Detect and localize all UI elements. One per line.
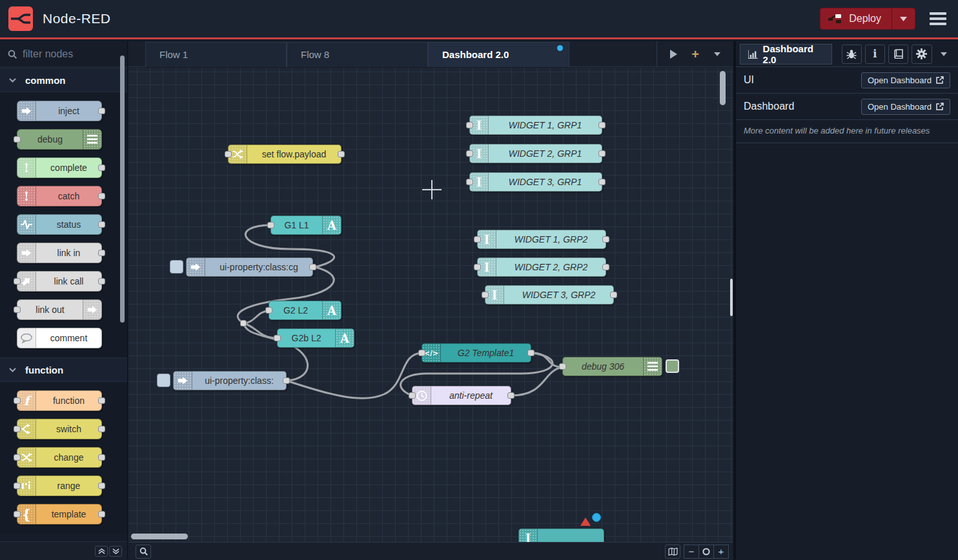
output-port[interactable] — [98, 483, 105, 489]
output-port[interactable] — [309, 264, 316, 270]
output-port[interactable] — [602, 236, 609, 243]
output-port[interactable] — [98, 511, 105, 517]
sidebar-tab-dashboard[interactable]: Dashboard 2.0 — [740, 44, 832, 65]
output-port[interactable] — [602, 264, 609, 270]
palette-node-change[interactable]: change — [17, 447, 102, 468]
palette-node-status[interactable]: status — [17, 214, 102, 235]
input-port[interactable] — [14, 136, 21, 143]
zoom-reset-button[interactable] — [698, 545, 714, 559]
node-widget-1-grp2[interactable]: IWIDGET 1, GRP2 — [477, 230, 606, 249]
canvas[interactable]: set flow.payloadIWIDGET 1, GRP1IWIDGET 2… — [128, 68, 733, 542]
input-port[interactable] — [418, 350, 425, 356]
palette-node-debug[interactable]: debug — [17, 129, 102, 150]
node-widget-3-grp1[interactable]: IWIDGET 3, GRP1 — [469, 172, 602, 192]
zoom-out-button[interactable]: − — [684, 545, 699, 559]
palette-category-common[interactable]: common — [0, 68, 127, 92]
deploy-button[interactable]: Deploy — [820, 8, 915, 30]
palette-node-link-in[interactable]: link in — [17, 243, 102, 263]
canvas-vertical-scrollbar[interactable] — [720, 71, 726, 105]
sidebar-splitter-handle[interactable] — [730, 279, 733, 316]
input-port[interactable] — [474, 264, 481, 270]
output-port[interactable] — [98, 250, 105, 256]
palette-category-function[interactable]: function — [0, 357, 127, 382]
input-port[interactable] — [267, 222, 274, 228]
input-port[interactable] — [466, 150, 473, 157]
input-port[interactable] — [14, 426, 21, 432]
output-port[interactable] — [598, 150, 606, 157]
palette-filter[interactable]: filter nodes — [0, 41, 127, 67]
wire-junction-to-node-g2-l2[interactable] — [243, 311, 269, 323]
palette-node-range[interactable]: range — [17, 475, 102, 496]
palette-node-link-call[interactable]: link call — [17, 271, 102, 292]
palette-node-catch[interactable]: !catch — [17, 186, 102, 206]
tab-flow-8[interactable]: Flow 8 — [287, 42, 428, 67]
node-set-flow-payload[interactable]: set flow.payload — [228, 145, 341, 164]
add-flow-button[interactable]: + — [686, 45, 705, 63]
search-flows-button[interactable] — [136, 545, 151, 559]
tab-flow-1[interactable]: Flow 1 — [145, 42, 287, 67]
inject-button[interactable] — [157, 374, 170, 387]
output-port[interactable] — [98, 278, 105, 285]
node-g2b-l2[interactable]: G2b L2A — [277, 328, 354, 348]
tab-dashboard-2-0[interactable]: Dashboard 2.0 — [428, 42, 569, 67]
open-dashboard-button-ui[interactable]: Open Dashboard — [861, 72, 950, 88]
sidebar-tab-info[interactable]: i — [865, 45, 885, 64]
menu-icon[interactable] — [930, 10, 946, 28]
palette-node-complete[interactable]: !complete — [17, 157, 102, 178]
output-port[interactable] — [98, 397, 105, 404]
inject-button[interactable] — [170, 260, 183, 274]
palette-node-template[interactable]: {template — [17, 504, 102, 525]
open-dashboard-button-dashboard[interactable]: Open Dashboard — [861, 99, 950, 115]
input-port[interactable] — [14, 511, 21, 517]
node-widget-2-grp2[interactable]: IWIDGET 2, GRP2 — [477, 257, 606, 277]
output-port[interactable] — [598, 122, 606, 128]
output-port[interactable] — [98, 426, 105, 432]
output-port[interactable] — [598, 179, 606, 185]
input-port[interactable] — [14, 306, 21, 313]
node-g1-l1[interactable]: G1 L1A — [270, 215, 341, 235]
input-port[interactable] — [14, 397, 21, 404]
node-widget-2-grp1[interactable]: IWIDGET 2, GRP1 — [469, 144, 602, 163]
output-port[interactable] — [98, 454, 105, 461]
output-port[interactable] — [98, 165, 105, 171]
palette-node-inject[interactable]: inject — [17, 101, 102, 121]
node-anti-repeat[interactable]: anti-repeat — [412, 386, 511, 405]
input-port[interactable] — [14, 483, 21, 489]
output-port[interactable] — [338, 151, 345, 157]
input-port[interactable] — [14, 454, 21, 461]
node-ui-property-class-cg[interactable]: ui-property:class:cg — [186, 257, 313, 277]
navigator-button[interactable] — [665, 545, 680, 559]
output-port[interactable] — [610, 292, 617, 298]
collapse-down-icon[interactable] — [109, 546, 122, 557]
palette-node-comment[interactable]: comment — [17, 328, 102, 348]
output-port[interactable] — [98, 108, 105, 114]
zoom-in-button[interactable]: + — [713, 545, 729, 559]
wire-node-g2-template1-to-node-debug-306[interactable] — [532, 353, 562, 367]
wire-node-anti-repeat-to-node-debug-306[interactable] — [511, 367, 562, 395]
debug-toggle-button[interactable] — [666, 359, 679, 373]
collapse-up-icon[interactable] — [95, 546, 108, 557]
input-port[interactable] — [14, 278, 21, 285]
node-partial-bottom[interactable]: I — [518, 528, 604, 542]
node-widget-1-grp1[interactable]: IWIDGET 1, GRP1 — [469, 115, 602, 135]
input-port[interactable] — [225, 151, 232, 157]
palette-node-function[interactable]: ffunction — [17, 390, 102, 411]
node-widget-3-grp2[interactable]: IWIDGET 3, GRP2 — [485, 285, 614, 305]
input-port[interactable] — [474, 236, 481, 243]
flow-list-button[interactable] — [708, 45, 727, 63]
node-debug-306[interactable]: debug 306 — [562, 357, 662, 376]
input-port[interactable] — [466, 122, 473, 128]
output-port[interactable] — [527, 350, 535, 356]
input-port[interactable] — [482, 292, 489, 298]
input-port[interactable] — [409, 392, 416, 399]
input-port[interactable] — [559, 363, 566, 370]
sidebar-tab-help[interactable] — [888, 45, 908, 64]
palette-node-switch[interactable]: switch — [17, 419, 102, 439]
output-port[interactable] — [98, 193, 105, 199]
deploy-options-button[interactable] — [892, 8, 915, 29]
node-g2-template1[interactable]: </>G2 Template1 — [422, 343, 531, 363]
palette-scrollbar[interactable] — [120, 55, 125, 323]
output-port[interactable] — [98, 221, 105, 228]
sidebar-tab-config[interactable] — [912, 45, 932, 64]
input-port[interactable] — [466, 179, 473, 185]
